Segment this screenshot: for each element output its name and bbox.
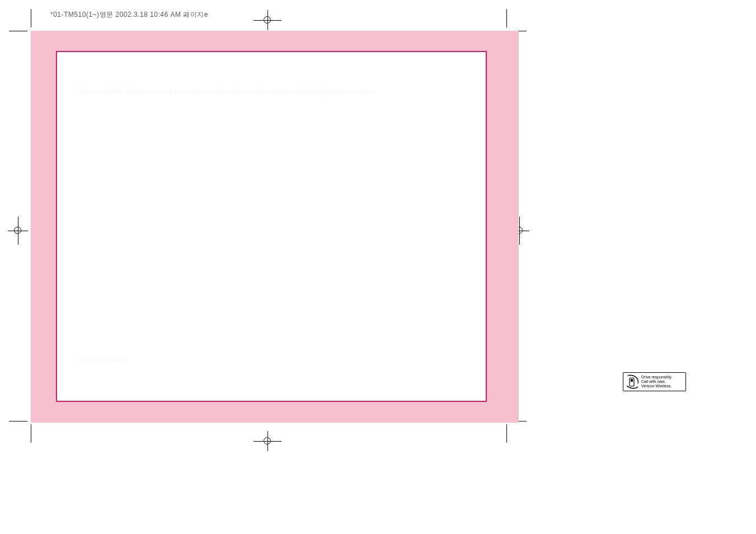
logo-line: Verizon Wireless.	[641, 384, 683, 388]
crop-mark	[506, 424, 507, 443]
logo-line: Drive responsibly.	[641, 375, 683, 380]
phone-swoosh-icon	[626, 374, 639, 389]
drive-responsibly-logo: Drive responsibly. Call with care. Veriz…	[623, 372, 686, 391]
crop-mark	[9, 31, 27, 31]
logo-line: Call with care.	[641, 380, 683, 384]
body-paragraph: "Digital Dual Mode"	[78, 356, 470, 365]
body-paragraph: The term "CDMA" refers to a phone that o…	[78, 87, 470, 96]
print-meta-header: *01-TM510(1~)영문 2002.3.18 10:46 AM 페이지e	[50, 10, 208, 20]
registration-mark	[264, 16, 271, 24]
crop-mark	[31, 424, 31, 443]
logo-tagline: Drive responsibly. Call with care. Veriz…	[641, 375, 683, 388]
crop-mark	[31, 9, 31, 27]
registration-mark	[264, 437, 271, 444]
crop-mark	[506, 9, 507, 27]
svg-rect-1	[631, 379, 633, 382]
page-content-frame	[56, 51, 487, 402]
registration-mark	[14, 227, 21, 234]
crop-mark	[9, 421, 27, 421]
